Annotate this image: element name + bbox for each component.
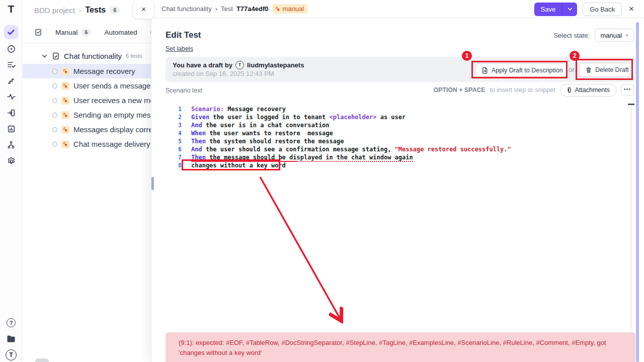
line-number: 2 [166,113,182,121]
docs-icon[interactable] [4,332,18,346]
line-number: 7 [166,153,182,161]
page-title: Edit Test [166,30,201,40]
save-split-button: Save [534,3,578,16]
delete-draft-button[interactable]: Delete Draft [579,63,635,77]
help-icon[interactable]: ? [4,316,18,330]
nav-branches-icon[interactable] [4,138,18,152]
test-status-circle[interactable] [52,113,57,118]
code-segment: the user wants to restore message [206,130,333,137]
suite-row[interactable]: Chat functionality 6 tests [23,49,151,62]
attachments-button[interactable]: Attachments [560,84,616,97]
user-avatar[interactable]: T [4,348,18,362]
code-line[interactable]: 4When the user wants to restore message [166,129,633,137]
code-line[interactable]: 2Given the user is logged in to tenant <… [166,113,633,121]
test-item[interactable]: Message recovery [23,64,151,78]
drawer-breadcrumb-folder[interactable]: Chat functionality [162,5,212,13]
line-number: 5 [166,137,182,145]
scenario-editor[interactable]: 1Scenario: Message recovery2Given the us… [166,105,633,169]
panel-close-button[interactable]: × [132,0,155,19]
drawer-breadcrumb-sep: › [215,5,217,13]
apply-draft-label: Apply Draft to Description [492,67,563,74]
select-all-icon[interactable] [34,28,42,36]
code-line[interactable]: 6And the user should see a confirmation … [166,145,633,153]
code-segment: <placeholder> [330,114,377,121]
suite-title[interactable]: Chat functionality [64,52,122,60]
manual-badge-label: manual [283,5,304,13]
nav-plans-icon[interactable] [4,57,18,71]
code-line[interactable]: 3And the user is in a chat conversation [166,121,633,129]
test-status-circle[interactable] [52,98,57,103]
select-caret-icon: ▾ [626,33,628,38]
test-item[interactable]: User sends a message succe [23,78,151,93]
tab-manual-label: Manual [55,29,77,36]
scenario-text-label: Scenario text [166,87,202,94]
code-segment: the user should see a confirmation messa… [202,146,395,153]
code-segment: When [191,130,206,137]
suite-meta: 6 tests [126,53,142,59]
draft-intro: You have a draft by [173,61,232,69]
apply-draft-button[interactable]: Apply Draft to Description [475,63,569,77]
nav-runs-icon[interactable] [4,42,18,56]
code-segment: Given [191,114,209,121]
test-title: Message recovery [73,67,135,75]
drawer-header: Chat functionality › Test T77a4edf0 manu… [151,0,644,18]
attachments-label: Attachments [575,86,610,94]
nav-pulse-icon[interactable] [4,89,18,104]
more-options-button[interactable]: ••• [621,84,634,96]
test-item[interactable]: User receives a new messag [23,93,151,108]
nav-reports-icon[interactable] [4,122,18,136]
code-line[interactable]: 5Then the system should restore the mess… [166,137,633,145]
test-item[interactable]: Messages display correct tim [23,122,151,137]
trash-icon [586,67,592,73]
test-status-circle[interactable] [52,69,57,74]
code-segment: the user is in a chat conversation [202,122,330,129]
test-status-circle[interactable] [52,83,57,88]
save-dropdown-button[interactable] [562,3,577,16]
chevron-down-icon[interactable] [42,53,47,59]
draft-banner: You have a draft by T liudmylastepanets … [166,57,635,82]
suite-doc-icon [52,52,59,60]
code-segment: Then [191,138,206,145]
test-item[interactable]: Chat message delivery statu [23,137,151,151]
tab-automated[interactable]: Automated [104,29,137,36]
set-labels-link[interactable]: Set labels [166,45,193,52]
tab-manual[interactable]: Manual 6 [55,28,91,36]
error-message: (9:1): expected: #EOF, #TableRow, #DocSt… [179,338,622,358]
test-status-circle[interactable] [52,127,57,132]
draft-created: created on Sep 16, 2025 12:43 PM [173,70,274,77]
app-logo[interactable]: T [0,3,22,15]
code-line[interactable]: 1Scenario: Message recovery [166,105,633,113]
line-number: 4 [166,129,182,137]
code-segment: And [191,122,202,129]
breadcrumb-page[interactable]: Tests [86,6,106,15]
state-select[interactable]: manual ▾ [595,29,634,42]
test-status-circle[interactable] [52,142,57,147]
line-number: 1 [166,105,182,113]
or-text: or [569,66,575,73]
nav-steps-icon[interactable] [4,73,18,87]
manual-test-icon [61,67,69,75]
code-line[interactable]: 7Then the message should be displayed in… [166,153,633,161]
code-segment: "Message restored successfully." [395,146,511,153]
test-item[interactable]: Sending an empty message [23,108,151,122]
save-button[interactable]: Save [534,3,562,16]
manual-cursor-icon [275,6,281,12]
go-back-button[interactable]: Go Back [583,3,622,16]
code-segment: the user is logged in to tenant [209,114,329,121]
code-segment: changes without a key word [191,162,286,169]
panel-resize-handle[interactable] [151,177,154,190]
breadcrumb-project[interactable]: BDD project [34,6,75,15]
close-icon[interactable]: × [627,4,635,14]
editor-scrollbar-track [631,107,631,329]
nav-import-icon[interactable] [4,106,18,120]
drawer-scrollbar[interactable] [636,22,639,362]
editor-scrollbar-thumb[interactable] [628,104,634,105]
code-line[interactable]: 8changes without a key word [166,161,633,169]
shortcut-hint-key: OPTION + SPACE [434,86,486,94]
manual-test-icon [61,126,69,134]
manual-badge: manual [272,4,308,14]
line-number: 3 [166,121,182,129]
line-number: 6 [166,145,182,153]
nav-tests-icon[interactable] [4,25,18,39]
nav-settings-icon[interactable] [4,154,18,168]
